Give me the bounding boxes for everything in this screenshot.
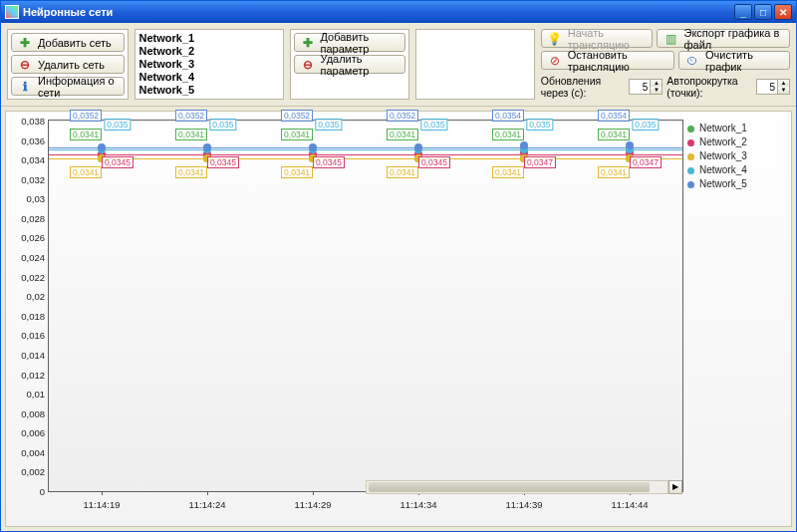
scroll-thumb[interactable] <box>369 482 650 492</box>
y-tick: 0,03 <box>27 193 50 204</box>
series-line <box>49 147 682 148</box>
minus-icon: ⊖ <box>301 58 315 72</box>
minimize-button[interactable]: _ <box>734 4 752 20</box>
point-label: 0,035 <box>420 119 447 131</box>
data-point <box>520 141 528 149</box>
y-tick: 0,012 <box>21 369 49 380</box>
add-param-button[interactable]: ✚Добавить параметр <box>294 33 405 52</box>
network-info-button[interactable]: ℹИнформация о сети <box>11 77 125 96</box>
info-icon: ℹ <box>18 80 32 94</box>
legend-item: Network_3 <box>687 149 787 163</box>
export-chart-button[interactable]: ▥Экспорт графика в файл <box>657 29 790 48</box>
main-window: Нейронные сети _ □ ✕ ✚Добавить сеть ⊖Уда… <box>0 0 797 532</box>
network-list[interactable]: Network_1 Network_2 Network_3 Network_4 … <box>134 29 284 100</box>
list-item[interactable]: Network_4 <box>139 71 279 84</box>
update-interval-stepper[interactable]: ▲▼ <box>629 79 663 95</box>
scroll-right-button[interactable]: ▶ <box>668 480 682 494</box>
update-label: Обновления через (с): <box>541 75 626 99</box>
point-label: 0,0352 <box>175 110 207 122</box>
list-item[interactable]: Network_1 <box>139 32 279 45</box>
y-tick: 0,038 <box>21 116 49 127</box>
legend-dot-icon <box>687 153 694 160</box>
point-label: 0,0345 <box>207 156 239 168</box>
autoscroll-stepper[interactable]: ▲▼ <box>756 79 790 95</box>
chart-legend: Network_1Network_2Network_3Network_4Netw… <box>687 122 787 191</box>
legend-item: Network_2 <box>687 135 787 149</box>
down-arrow-icon[interactable]: ▼ <box>650 87 662 94</box>
chart-plot[interactable]: 00,0020,0040,0060,0080,010,0120,0140,016… <box>48 120 683 492</box>
y-tick: 0,022 <box>21 271 49 282</box>
point-label: 0,0341 <box>387 129 418 140</box>
list-item[interactable]: Network_3 <box>139 58 279 71</box>
stop-broadcast-button[interactable]: ⊘Остановить трансляцию <box>541 51 674 70</box>
clear-chart-button[interactable]: ⏲Очистить график <box>678 51 790 70</box>
add-network-button[interactable]: ✚Добавить сеть <box>11 33 125 52</box>
y-tick: 0,008 <box>21 407 49 418</box>
point-label: 0,0341 <box>281 129 313 140</box>
autoscroll-label: Автопрокрутка (точки): <box>666 75 752 99</box>
y-tick: 0,034 <box>21 154 49 165</box>
point-label: 0,0345 <box>418 156 450 168</box>
start-broadcast-button: 💡Начать трансляцию <box>541 29 654 48</box>
up-arrow-icon[interactable]: ▲ <box>777 80 789 87</box>
point-label: 0,0341 <box>598 166 630 178</box>
network-buttons: ✚Добавить сеть ⊖Удалить сеть ℹИнформация… <box>7 29 129 100</box>
y-tick: 0 <box>40 486 49 497</box>
point-label: 0,035 <box>104 119 131 131</box>
y-tick: 0,018 <box>21 310 49 321</box>
y-tick: 0,01 <box>27 389 50 399</box>
point-label: 0,0341 <box>70 166 102 178</box>
chart-hscrollbar[interactable]: ▶ <box>366 480 682 494</box>
point-label: 0,0341 <box>281 166 313 178</box>
list-item[interactable]: Network_5 <box>139 84 279 97</box>
x-tick: 11:14:29 <box>295 491 332 510</box>
data-point <box>626 141 634 149</box>
right-controls: 💡Начать трансляцию ▥Экспорт графика в фа… <box>541 29 790 100</box>
point-label: 0,0352 <box>70 110 102 122</box>
delete-param-button[interactable]: ⊖Удалить параметр <box>294 55 405 74</box>
data-point <box>203 143 211 151</box>
param-buttons: ✚Добавить параметр ⊖Удалить параметр <box>290 29 409 100</box>
minus-icon: ⊖ <box>18 58 32 72</box>
series-line <box>49 149 682 150</box>
delete-network-button[interactable]: ⊖Удалить сеть <box>11 55 125 74</box>
point-label: 0,0341 <box>598 129 630 140</box>
point-label: 0,0341 <box>175 129 207 140</box>
clock-icon: ⏲ <box>685 54 699 68</box>
point-label: 0,0345 <box>313 156 345 168</box>
point-label: 0,0341 <box>492 166 524 178</box>
y-tick: 0,032 <box>21 173 49 184</box>
y-tick: 0,014 <box>21 349 49 360</box>
point-label: 0,035 <box>209 119 236 131</box>
plus-icon: ✚ <box>301 36 315 50</box>
point-label: 0,0347 <box>524 156 556 168</box>
series-line <box>49 158 682 159</box>
down-arrow-icon[interactable]: ▼ <box>777 87 789 94</box>
x-tick: 11:14:19 <box>84 491 121 510</box>
series-line <box>49 154 682 155</box>
param-list[interactable] <box>415 29 535 100</box>
point-label: 0,0341 <box>175 166 207 178</box>
point-label: 0,0341 <box>387 166 418 178</box>
data-point <box>414 143 422 151</box>
y-tick: 0,002 <box>21 466 49 477</box>
chart-icon: ▥ <box>664 32 677 46</box>
point-label: 0,0341 <box>70 129 102 140</box>
bulb-icon: 💡 <box>548 32 562 46</box>
list-item[interactable]: Network_2 <box>139 45 279 58</box>
point-label: 0,035 <box>632 119 659 131</box>
up-arrow-icon[interactable]: ▲ <box>650 80 662 87</box>
y-tick: 0,004 <box>21 446 49 457</box>
y-tick: 0,026 <box>21 232 49 243</box>
close-button[interactable]: ✕ <box>774 4 792 20</box>
point-label: 0,0345 <box>102 156 133 168</box>
legend-dot-icon <box>687 167 694 174</box>
point-label: 0,035 <box>315 119 342 131</box>
maximize-button[interactable]: □ <box>754 4 772 20</box>
y-tick: 0,028 <box>21 212 49 223</box>
legend-item: Network_5 <box>687 177 787 191</box>
legend-item: Network_1 <box>687 122 787 135</box>
legend-item: Network_4 <box>687 163 787 177</box>
titlebar[interactable]: Нейронные сети _ □ ✕ <box>1 1 796 23</box>
window-title: Нейронные сети <box>23 6 732 18</box>
